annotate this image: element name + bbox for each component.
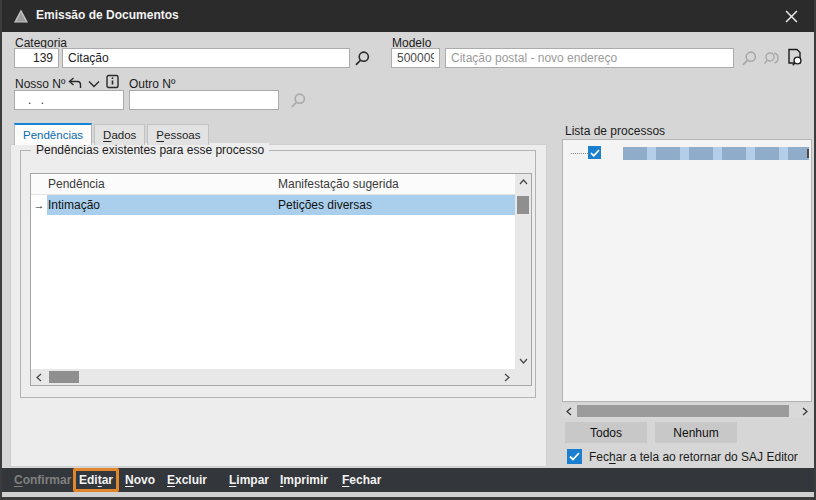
tab-strip: Pendências Dados Pessoas xyxy=(14,123,209,145)
outro-numero-field[interactable] xyxy=(129,90,279,110)
tab-dados[interactable]: Dados xyxy=(94,124,145,145)
modelo-name-field[interactable] xyxy=(445,48,734,68)
modelo-code-field[interactable] xyxy=(391,48,440,68)
novo-button[interactable]: Novo xyxy=(125,468,155,492)
excluir-button[interactable]: Excluir xyxy=(167,468,207,492)
process-tree-item[interactable] xyxy=(563,140,811,166)
scroll-down-icon[interactable] xyxy=(515,353,531,369)
cell-manifestacao: Petições diversas xyxy=(278,198,372,212)
tab-pendencias[interactable]: Pendências xyxy=(14,123,92,145)
window-title: Emissão de Documentos xyxy=(36,8,179,22)
scroll-up-icon[interactable] xyxy=(515,174,531,190)
nenhum-button[interactable]: Nenhum xyxy=(655,422,737,443)
outro-numero-search-icon[interactable] xyxy=(290,92,307,109)
editar-button[interactable]: Editar xyxy=(73,468,119,492)
tab-pessoas[interactable]: Pessoas xyxy=(147,124,209,145)
note-info-icon[interactable] xyxy=(106,74,119,89)
cell-pendencia: Intimação xyxy=(48,198,100,212)
todos-button[interactable]: Todos xyxy=(565,422,647,443)
pendencias-grid: Pendência Manifestação sugerida → Intima… xyxy=(30,173,532,386)
list-scroll-left-icon[interactable] xyxy=(562,404,576,418)
grid-scroll-corner xyxy=(515,369,531,385)
modelo-document-search-icon[interactable] xyxy=(785,48,804,67)
lista-processos-label: Lista de processos xyxy=(565,124,665,138)
grid-vscroll-thumb[interactable] xyxy=(517,196,529,214)
grid-vertical-scrollbar[interactable] xyxy=(515,174,531,369)
emissao-documentos-dialog: Emissão de Documentos Categoria Modelo xyxy=(0,0,816,500)
modelo-copy-search-icon[interactable] xyxy=(763,49,781,67)
grid-horizontal-scrollbar[interactable] xyxy=(31,369,515,385)
saj-app-icon xyxy=(13,8,29,24)
process-checkbox[interactable] xyxy=(588,146,601,159)
tree-connector-line xyxy=(571,153,588,154)
scroll-left-icon[interactable] xyxy=(31,369,47,385)
confirmar-button[interactable]: Confirmar xyxy=(14,468,71,492)
bottom-toolbar: Confirmar Editar Novo Excluir Limpar Imp… xyxy=(2,468,814,492)
grid-hscroll-thumb[interactable] xyxy=(49,371,79,383)
modelo-search-icon[interactable] xyxy=(741,50,758,67)
categoria-name-field[interactable] xyxy=(62,48,350,68)
categoria-code-field[interactable] xyxy=(14,48,59,68)
fechar-tela-checkbox[interactable] xyxy=(567,449,582,464)
undo-icon[interactable] xyxy=(68,77,82,90)
nosso-numero-field[interactable] xyxy=(14,90,124,110)
process-number-redacted[interactable] xyxy=(623,147,809,160)
grid-header: Pendência Manifestação sugerida xyxy=(31,174,515,195)
chevron-down-icon[interactable] xyxy=(88,80,100,88)
bottom-resize-strip xyxy=(2,492,814,497)
scroll-right-icon[interactable] xyxy=(499,369,515,385)
list-horizontal-scrollbar[interactable] xyxy=(562,404,812,418)
table-row[interactable]: → Intimação Petições diversas xyxy=(31,195,515,215)
limpar-button[interactable]: Limpar xyxy=(229,468,269,492)
titlebar: Emissão de Documentos xyxy=(2,0,814,32)
close-button[interactable] xyxy=(768,0,814,32)
fechar-tela-checkbox-label: Fechar a tela ao retornar do SAJ Editor xyxy=(589,450,798,464)
current-row-indicator: → xyxy=(31,195,47,215)
list-hscroll-thumb[interactable] xyxy=(577,405,789,417)
redacted-end-mark xyxy=(807,149,809,158)
categoria-search-icon[interactable] xyxy=(354,50,371,67)
fechar-button[interactable]: Fechar xyxy=(342,468,381,492)
column-header-manifestacao[interactable]: Manifestação sugerida xyxy=(278,177,399,191)
list-scroll-right-icon[interactable] xyxy=(798,404,812,418)
outro-numero-label: Outro Nº xyxy=(129,77,175,91)
column-header-pendencia[interactable]: Pendência xyxy=(48,177,105,191)
lista-processos-listbox[interactable] xyxy=(562,139,812,402)
nosso-numero-label: Nosso Nº xyxy=(15,77,65,91)
imprimir-button[interactable]: Imprimir xyxy=(280,468,328,492)
